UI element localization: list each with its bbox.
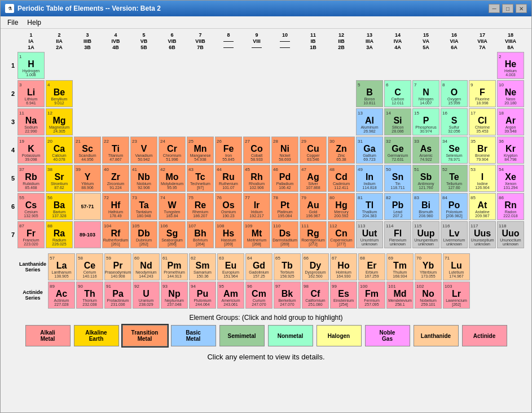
element-sm[interactable]: 62 Sm Samarium 150.36 [189,253,216,280]
element-rg[interactable]: 111 Rg Roentgenium [272] [300,221,327,248]
element-ne[interactable]: 10 Ne Neon 20.180 [497,80,524,107]
element-mo[interactable]: 42 Mo Molybdenum 95.95 [159,165,186,192]
element-gd[interactable]: 64 Gd Gadolinium 157.25 [245,253,272,280]
element-mt[interactable]: 109 Mt Meitnerium [268] [243,221,270,248]
element-sr[interactable]: 38 Sr Strontium 87.62 [46,165,73,192]
element-pt[interactable]: 78 Pt Platinum 195.084 [271,193,298,220]
element-w[interactable]: 74 W Tungsten 183.84 [159,193,186,220]
element-uut[interactable]: 113 Uut Ununtrium unknown [356,221,383,248]
element-po[interactable]: 84 Po Polonium [208.982] [441,193,468,220]
element-k[interactable]: 19 K Potassium 39.098 [17,137,45,164]
element-ds[interactable]: 110 Ds Darmstadtium [269] [271,221,298,248]
element-pb[interactable]: 82 Pb Lead 207.2 [384,193,411,220]
element-sb[interactable]: 51 Sb Antimony 121.760 [412,165,439,192]
element-lr[interactable]: 103 Lr Lawrencium [262] [443,282,470,309]
element-cl[interactable]: 17 Cl Chlorine 35.453 [469,108,496,135]
element-be[interactable]: 4 Be Beryllium 9.012 [46,80,73,107]
element-tc[interactable]: 43 Tc Technetium [97] [187,165,214,192]
element-nb[interactable]: 41 Nb Niobium 92.906 [130,165,157,192]
element-o[interactable]: 8 O Oxygen 15.999 [441,80,468,107]
element-f[interactable]: 9 F Fluorine 18.998 [469,80,496,107]
element-ni[interactable]: 28 Ni Nickel 58.693 [271,137,298,164]
element-s[interactable]: 16 S Sulfur 32.056 [441,108,468,135]
element-y[interactable]: 39 Y Yttrium 88.906 [74,165,101,192]
element-pd[interactable]: 46 Pd Palladium 106.42 [271,165,298,192]
menu-help[interactable]: Help [23,17,46,27]
element-es[interactable]: 99 Es Einsteinium [254] [330,282,357,309]
element-no[interactable]: 102 No Nobelium 259.101 [415,282,442,309]
element-pm[interactable]: 61 Pm Promethium 144.913 [161,253,188,280]
element-bk[interactable]: 97 Bk Berkelium 247.070 [274,282,301,309]
element-dy[interactable]: 66 Dy Dysprosium 162.500 [302,253,329,280]
element-cr[interactable]: 24 Cr Chromium 51.996 [159,137,186,164]
element-cu[interactable]: 29 Cu Copper 63.546 [300,137,327,164]
element-np[interactable]: 93 Np Neptunium 237.048 [161,282,188,309]
element-fm[interactable]: 100 Fm Fermium 257.095 [358,282,385,309]
element-cm[interactable]: 96 Cm Curium 247.070 [245,282,272,309]
element-ce[interactable]: 58 Ce Cerium 140.116 [76,253,103,280]
element-ga[interactable]: 31 Ga Gallium 69.723 [356,137,383,164]
element-v[interactable]: 23 V Vanadium 50.942 [130,137,157,164]
element-n[interactable]: 7 N Nitrogen 14.007 [412,80,439,107]
element-fr[interactable]: 87 Fr Francium 223.020 [17,221,45,248]
element-cf[interactable]: 98 Cf Californium 251.080 [302,282,329,309]
element-rh[interactable]: 45 Rh Rhodium 102.906 [243,165,270,192]
element-ar[interactable]: 18 Ar Argon 39.948 [497,108,524,135]
element-ba[interactable]: 56 Ba Barium 137.328 [46,193,73,220]
element-au[interactable]: 79 Au Gold 196.967 [300,193,327,220]
element-c[interactable]: 6 C Carbon 12.011 [384,80,411,107]
element-tm[interactable]: 69 Tm Thulium 168.934 [386,253,414,280]
element-sc[interactable]: 21 Sc Scandium 44.956 [74,137,101,164]
close-button[interactable]: ✕ [516,4,527,13]
element-zr[interactable]: 40 Zr Zirconium 91.224 [102,165,129,192]
element-at[interactable]: 85 At Astatine 209.987 [469,193,496,220]
element-ru[interactable]: 44 Ru Ruthenium 101.07 [215,165,242,192]
element-lv[interactable]: 116 Lv Livermorium unknown [441,221,468,248]
group-legend-nonmetal[interactable]: Nonmetal [268,325,313,346]
element-uus[interactable]: 117 Uus Ununseptium unknown [469,221,496,248]
element-kr[interactable]: 36 Kr Krypton 84.798 [497,137,524,164]
element-na[interactable]: 11 Na Sodium 22.990 [17,108,45,135]
group-legend-lanthanide[interactable]: Lanthanide [414,325,459,346]
element-hg[interactable]: 80 Hg Mercury 200.592 [328,193,355,220]
element-sg[interactable]: 106 Sg Seaborgium [266] [159,221,186,248]
element-rf[interactable]: 104 Rf Rutherfordium [261] [102,221,129,248]
element-p[interactable]: 15 P Phosphorus 30.974 [412,108,439,135]
element-tb[interactable]: 65 Tb Terbium 158.925 [274,253,301,280]
element-he[interactable]: 2 He Helium 4.003 [497,52,524,79]
element-ac[interactable]: 89 Ac Actinium 227.028 [48,282,75,309]
element-mg[interactable]: 12 Mg Magnesium 24.305 [46,108,73,135]
element-hf[interactable]: 72 Hf Hafnium 178.49 [102,193,129,220]
element-uuo[interactable]: 118 Uuo Ununoctium unknown [497,221,524,248]
element-tl[interactable]: 81 Tl Thallium 204.383 [356,193,383,220]
group-legend-alkaline[interactable]: Alkaline Earth [74,325,119,346]
element-al[interactable]: 13 Al Aluminum 26.982 [356,108,383,135]
element-cn[interactable]: 112 Cn Copernicium [277] [328,221,355,248]
element-sn[interactable]: 50 Sn Tin 118.711 [384,165,411,192]
element-te[interactable]: 52 Te Tellurium 127.60 [441,165,468,192]
element-mn[interactable]: 25 Mn Manganese 54.938 [187,137,214,164]
element-li[interactable]: 3 Li Lithium 6.941 [17,80,45,107]
element-zn[interactable]: 30 Zn Zinc 65.38 [328,137,355,164]
element-in[interactable]: 49 In Indium 114.818 [356,165,383,192]
element-cs[interactable]: 55 Cs Cesium 132.905 [17,193,45,220]
element-pu[interactable]: 94 Pu Plutonium 244.064 [189,282,216,309]
element-ho[interactable]: 67 Ho Holmium 164.930 [330,253,357,280]
element-pr[interactable]: 59 Pr Praseodymium 140.908 [104,253,131,280]
element-re[interactable]: 75 Re Rhenium 186.207 [187,193,214,220]
element-am[interactable]: 95 Am Americium 243.061 [217,282,244,309]
element-db[interactable]: 105 Db Dubnium [262] [130,221,157,248]
element-h[interactable]: 1 H Hydrogen 1.008 [17,52,45,79]
element-ti[interactable]: 22 Ti Titanium 47.867 [102,137,129,164]
minimize-button[interactable]: ─ [489,4,500,13]
element-eu[interactable]: 63 Eu Europium 151.964 [217,253,244,280]
element-yb[interactable]: 70 Yb Ytterbium 173.055 [415,253,442,280]
menu-file[interactable]: File [3,17,23,27]
element-ag[interactable]: 47 Ag Silver 107.868 [300,165,327,192]
element-u[interactable]: 92 U Uranium 238.029 [133,282,160,309]
element-os[interactable]: 76 Os Osmium 190.23 [215,193,242,220]
maximize-button[interactable]: □ [502,4,513,13]
element-as[interactable]: 33 As Arsenic 74.922 [412,137,439,164]
element-th[interactable]: 90 Th Thorium 232.038 [76,282,103,309]
element-nd[interactable]: 60 Nd Neodymium 144.243 [133,253,160,280]
